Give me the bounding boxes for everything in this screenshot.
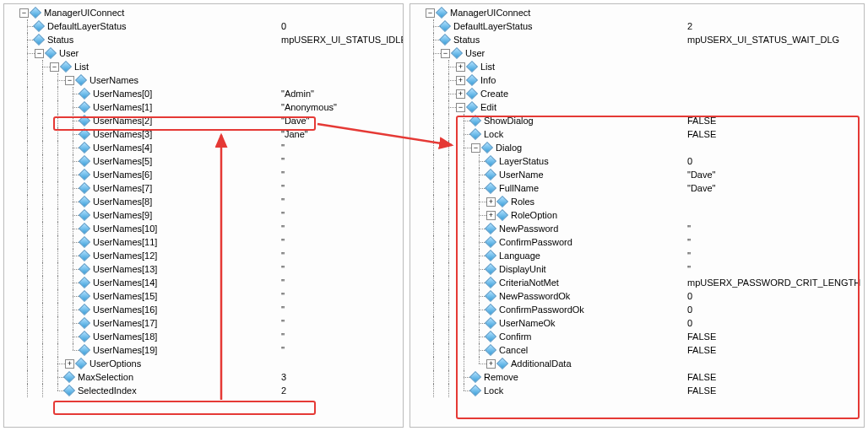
tree-row[interactable]: UserNames[12]'' — [4, 249, 403, 262]
tree-row[interactable]: LayerStatus0 — [410, 154, 864, 168]
tree-row[interactable]: RoleOption — [410, 208, 864, 222]
node-icon — [79, 196, 90, 207]
node-label: LayerStatus — [499, 154, 549, 168]
tree-row[interactable]: Language'' — [410, 249, 864, 262]
node-value: FALSE — [687, 330, 716, 343]
tree-row[interactable]: AdditionalData — [410, 357, 864, 370]
tree-row-root[interactable]: ManagerUIConnect — [4, 6, 403, 19]
tree-row[interactable]: UserNames[6]'' — [4, 168, 403, 181]
tree-row[interactable]: UserNames[13]'' — [4, 262, 403, 276]
tree-row[interactable]: UserNames[4]'' — [4, 141, 403, 154]
tree-row[interactable]: UserNames[16]'' — [4, 303, 403, 316]
tree-row[interactable]: CancelFALSE — [410, 343, 864, 357]
tree-row[interactable]: UserNames[3]"Jane" — [4, 127, 403, 141]
tree-row[interactable]: UserNames[11]'' — [4, 235, 403, 249]
node-label: Roles — [511, 195, 534, 208]
tree-row[interactable]: UserNames — [4, 73, 403, 87]
tree-row[interactable]: UserNames[19]'' — [4, 343, 403, 357]
tree-row[interactable]: Create — [410, 87, 864, 100]
tree-row[interactable]: DefaultLayerStatus 0 — [4, 19, 403, 33]
tree-row[interactable]: UserNames[14]'' — [4, 276, 403, 289]
node-icon — [79, 304, 90, 315]
tree-row[interactable]: DisplayUnit'' — [410, 262, 864, 276]
tree-row[interactable]: UserNames[10]'' — [4, 222, 403, 235]
tree-row[interactable]: UserNames[9]'' — [4, 208, 403, 222]
tree-row[interactable]: Status mpUSERX_UI_STATUS_IDLE — [4, 33, 403, 46]
node-icon — [79, 88, 90, 100]
tree-row[interactable]: NewPasswordOk0 — [410, 289, 864, 303]
expander-icon[interactable] — [486, 359, 496, 369]
node-value: '' — [281, 343, 285, 357]
node-value: 0 — [687, 289, 692, 303]
node-icon — [466, 74, 478, 86]
expander-icon[interactable] — [50, 62, 59, 72]
tree-row[interactable]: ShowDialog FALSE — [410, 114, 864, 127]
node-label: UserNames[0] — [93, 87, 152, 100]
expander-icon[interactable] — [456, 103, 465, 112]
tree-row[interactable]: UserNames[17]'' — [4, 316, 403, 330]
tree-row[interactable]: UserNameOk0 — [410, 316, 864, 330]
tree-row[interactable]: Status mpUSERX_UI_STATUS_WAIT_DLG — [410, 33, 864, 46]
node-label: Status — [47, 33, 73, 46]
tree-row[interactable]: Lock FALSE — [410, 127, 864, 141]
node-icon — [79, 169, 90, 180]
node-icon — [79, 331, 90, 342]
tree-row[interactable]: ConfirmFALSE — [410, 330, 864, 343]
tree-row[interactable]: UserOptions — [4, 357, 403, 370]
node-icon — [79, 344, 90, 356]
node-label: Create — [480, 87, 508, 100]
tree-row[interactable]: MaxSelection 3 — [4, 370, 403, 384]
tree-row[interactable]: ConfirmPassword'' — [410, 235, 864, 249]
node-value: "Admin" — [281, 87, 314, 100]
tree-row[interactable]: NewPassword'' — [410, 222, 864, 235]
expander-icon[interactable] — [486, 197, 496, 207]
tree-row[interactable]: Edit — [410, 100, 864, 114]
node-value: "Jane" — [281, 127, 308, 141]
node-icon — [79, 142, 90, 154]
tree-row[interactable]: UserNames[18]'' — [4, 330, 403, 343]
tree-row[interactable]: CriteriaNotMetmpUSERX_PASSWORD_CRIT_LENG… — [410, 276, 864, 289]
expander-icon[interactable] — [486, 211, 496, 220]
expander-icon[interactable] — [456, 89, 465, 99]
tree-row[interactable]: Dialog — [410, 141, 864, 154]
tree-row[interactable]: UserName"Dave" — [410, 168, 864, 181]
tree-row[interactable]: ConfirmPasswordOk0 — [410, 303, 864, 316]
tree-row[interactable]: UserNames[2]"Dave" — [4, 114, 403, 127]
tree-row[interactable]: User — [410, 46, 864, 60]
tree-row[interactable]: UserNames[7]'' — [4, 181, 403, 195]
node-value: '' — [281, 195, 285, 208]
tree-row[interactable]: List — [4, 60, 403, 73]
tree-row-root[interactable]: ManagerUIConnect — [410, 6, 864, 19]
node-label: UserNames[15] — [93, 289, 157, 303]
expander-icon[interactable] — [441, 49, 450, 58]
node-value: '' — [281, 276, 285, 289]
node-icon — [60, 61, 72, 73]
tree-row[interactable]: FullName"Dave" — [410, 181, 864, 195]
tree-row[interactable]: UserNames[1]"Anonymous" — [4, 100, 403, 114]
expander-icon[interactable] — [19, 8, 29, 18]
tree-row[interactable]: Lock FALSE — [410, 384, 864, 397]
tree-row[interactable]: UserNames[5]'' — [4, 154, 403, 168]
tree-row[interactable]: UserNames[0]"Admin" — [4, 87, 403, 100]
node-icon — [79, 115, 90, 127]
tree-row[interactable]: List — [410, 60, 864, 73]
expander-icon[interactable] — [456, 76, 465, 85]
node-value: '' — [281, 222, 285, 235]
node-icon — [466, 61, 478, 73]
tree-row[interactable]: UserNames[8]'' — [4, 195, 403, 208]
tree-row[interactable]: Remove FALSE — [410, 370, 864, 384]
tree-row[interactable]: UserNames[15]'' — [4, 289, 403, 303]
expander-icon[interactable] — [426, 8, 435, 18]
tree-row[interactable]: DefaultLayerStatus 2 — [410, 19, 864, 33]
expander-icon[interactable] — [65, 76, 74, 85]
tree-row[interactable]: Roles — [410, 195, 864, 208]
node-label: UserNames[5] — [93, 154, 152, 168]
expander-icon[interactable] — [456, 62, 465, 72]
tree-row[interactable]: SelectedIndex 2 — [4, 384, 403, 397]
expander-icon[interactable] — [35, 49, 44, 58]
expander-icon[interactable] — [471, 143, 480, 153]
tree-row[interactable]: Info — [410, 73, 864, 87]
expander-icon[interactable] — [65, 359, 74, 369]
tree-row[interactable]: User — [4, 46, 403, 60]
node-icon — [63, 385, 75, 396]
